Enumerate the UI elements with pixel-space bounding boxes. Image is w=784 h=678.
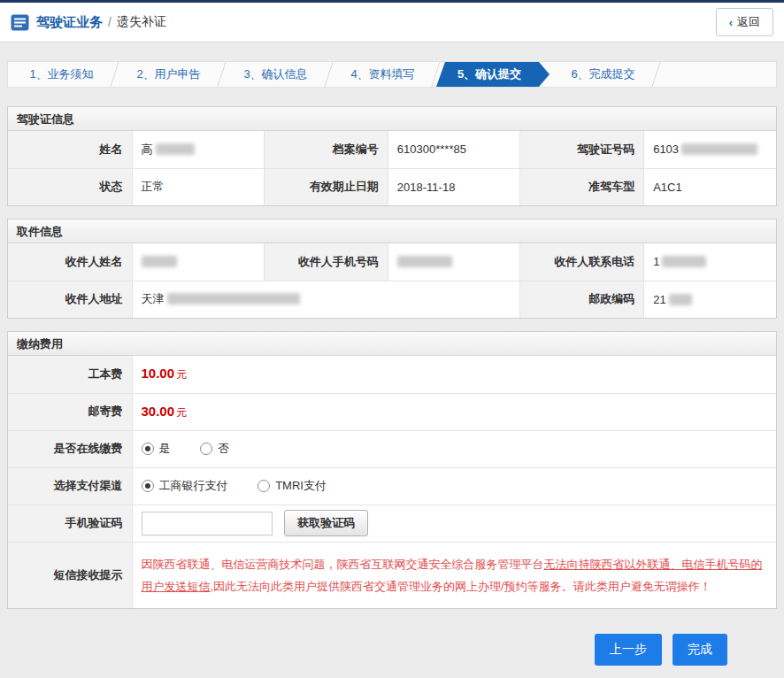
production-fee-unit: 元 <box>176 368 187 381</box>
recipient-tel-value: 1 <box>644 243 776 281</box>
fees-section: 缴纳费用 工本费 10.00元 邮寄费 30.00元 是否在线缴费 是 <box>7 331 777 609</box>
step-bar-filler <box>657 62 776 87</box>
pickup-info-table: 收件人姓名 收件人手机号码 收件人联系电话 1 收件人地址 天津 邮政编码 21 <box>8 243 776 318</box>
back-button-label: 返回 <box>737 14 760 30</box>
recipient-name-label: 收件人姓名 <box>8 243 132 281</box>
table-row: 收件人地址 天津 邮政编码 21 <box>8 281 776 318</box>
production-fee-amount: 10.00 <box>142 366 175 381</box>
production-fee-value: 10.00元 <box>132 356 776 393</box>
license-no-value: 6103 <box>644 131 776 168</box>
radio-checked-icon <box>142 480 154 492</box>
table-row: 是否在线缴费 是 否 <box>8 430 776 467</box>
step-5-confirm-submit-active: 5、确认提交 <box>436 62 550 87</box>
status-label: 状态 <box>8 168 132 205</box>
sms-code-field-group: 获取验证码 <box>132 505 776 542</box>
header-title-group: 驾驶证业务 / 遗失补证 <box>11 14 166 31</box>
channel-icbc-label: 工商银行支付 <box>159 478 228 494</box>
page-title: 驾驶证业务 <box>36 14 103 31</box>
table-row: 邮寄费 30.00元 <box>8 393 776 430</box>
get-code-button[interactable]: 获取验证码 <box>284 510 368 536</box>
postcode-label: 邮政编码 <box>520 281 644 318</box>
redacted-postcode <box>669 294 692 305</box>
postcode-value: 21 <box>644 281 776 318</box>
step-6-label: 6、完成提交 <box>571 66 634 82</box>
sms-notice-value: 因陕西省联通、电信运营商技术问题，陕西省互联网交通安全综合服务管理平台无法向持陕… <box>132 542 776 608</box>
fees-table: 工本费 10.00元 邮寄费 30.00元 是否在线缴费 是 否 <box>8 356 776 608</box>
file-no-label: 档案编号 <box>264 131 388 168</box>
redacted-recipient-name <box>142 256 177 267</box>
back-button[interactable]: ‹ 返回 <box>716 8 773 36</box>
finish-button[interactable]: 完成 <box>673 634 727 666</box>
online-pay-label: 是否在线缴费 <box>8 430 132 467</box>
expiry-value: 2018-11-18 <box>388 168 519 205</box>
redacted-recipient-mobile <box>397 256 452 267</box>
pickup-section-title: 取件信息 <box>8 220 776 243</box>
redacted-license-no <box>681 143 757 155</box>
channel-tmri-label: TMRI支付 <box>275 478 327 494</box>
file-no-value: 610300****85 <box>388 131 519 168</box>
step-4-fill-material: 4、资料填写 <box>329 62 436 87</box>
pay-channel-options: 工商银行支付 TMRI支付 <box>132 467 776 505</box>
step-2-user-declaration: 2、用户申告 <box>115 62 222 87</box>
channel-icbc-radio[interactable]: 工商银行支付 <box>142 478 228 494</box>
step-2-label: 2、用户申告 <box>136 66 200 82</box>
license-info-section: 驾驶证信息 姓名 高 档案编号 610300****85 驾驶证号码 6103 … <box>7 106 777 206</box>
step-3-label: 3、确认信息 <box>243 66 307 82</box>
mail-fee-amount: 30.00 <box>142 404 175 419</box>
address-value: 天津 <box>132 281 520 318</box>
mail-fee-value: 30.00元 <box>132 393 776 430</box>
chevron-left-icon: ‹ <box>729 17 733 28</box>
address-text: 天津 <box>142 292 165 305</box>
online-pay-options: 是 否 <box>132 430 776 467</box>
notice-part1: 因陕西省联通、电信运营商技术问题，陕西省互联网交通安全综合服务管理平台 <box>142 558 544 571</box>
pickup-info-section: 取件信息 收件人姓名 收件人手机号码 收件人联系电话 1 收件人地址 天津 邮政… <box>7 219 777 319</box>
mail-fee-label: 邮寄费 <box>8 393 132 430</box>
table-row: 手机验证码 获取验证码 <box>8 505 776 542</box>
status-value: 正常 <box>132 168 264 205</box>
expiry-text: 2018-11-18 <box>397 181 456 194</box>
step-1-business-notice: 1、业务须知 <box>8 62 115 87</box>
radio-unchecked-icon <box>257 480 270 492</box>
vehicle-type-label: 准驾车型 <box>520 168 644 205</box>
online-pay-no-radio[interactable]: 否 <box>200 441 229 457</box>
vehicle-type-value: A1C1 <box>644 168 776 205</box>
table-row: 收件人姓名 收件人手机号码 收件人联系电话 1 <box>8 243 776 281</box>
header: 驾驶证业务 / 遗失补证 ‹ 返回 <box>0 3 784 42</box>
step-3-confirm-info: 3、确认信息 <box>222 62 329 87</box>
sms-code-input[interactable] <box>142 512 273 535</box>
table-row: 工本费 10.00元 <box>8 356 776 393</box>
name-label: 姓名 <box>8 131 132 168</box>
redacted-address <box>167 293 300 304</box>
license-no-text: 6103 <box>653 143 679 156</box>
step-4-label: 4、资料填写 <box>350 66 414 82</box>
recipient-tel-label: 收件人联系电话 <box>520 243 644 281</box>
wizard-step-bar: 1、业务须知 2、用户申告 3、确认信息 4、资料填写 5、确认提交 6、完成提… <box>7 61 777 88</box>
license-no-label: 驾驶证号码 <box>520 131 644 168</box>
channel-tmri-radio[interactable]: TMRI支付 <box>257 478 327 494</box>
address-label: 收件人地址 <box>8 281 132 318</box>
name-text: 高 <box>142 143 153 156</box>
expiry-label: 有效期止日期 <box>264 168 388 205</box>
fees-section-title: 缴纳费用 <box>8 332 776 356</box>
page-subtitle: 遗失补证 <box>117 14 166 30</box>
radio-checked-icon <box>142 443 154 455</box>
step-6-finish-submit: 6、完成提交 <box>550 62 657 87</box>
recipient-mobile-label: 收件人手机号码 <box>264 243 388 281</box>
mail-fee-unit: 元 <box>176 406 187 419</box>
notice-part2: ,因此无法向此类用户提供陕西省交通管理业务的网上办理/预约等服务。请此类用户避免… <box>211 580 711 593</box>
step-1-label: 1、业务须知 <box>29 66 93 82</box>
step-5-label: 5、确认提交 <box>457 66 521 82</box>
sms-notice-label: 短信接收提示 <box>8 542 132 608</box>
table-row: 短信接收提示 因陕西省联通、电信运营商技术问题，陕西省互联网交通安全综合服务管理… <box>8 542 776 608</box>
license-section-title: 驾驶证信息 <box>8 107 776 131</box>
online-pay-yes-label: 是 <box>159 441 171 457</box>
radio-unchecked-icon <box>200 443 212 455</box>
production-fee-label: 工本费 <box>8 356 132 393</box>
previous-step-button[interactable]: 上一步 <box>595 634 662 666</box>
online-pay-yes-radio[interactable]: 是 <box>142 441 171 457</box>
table-row: 状态 正常 有效期止日期 2018-11-18 准驾车型 A1C1 <box>8 168 776 205</box>
redacted-name <box>156 143 195 155</box>
postcode-text: 21 <box>653 293 665 306</box>
recipient-name-value <box>132 243 264 281</box>
recipient-mobile-value <box>388 243 519 281</box>
